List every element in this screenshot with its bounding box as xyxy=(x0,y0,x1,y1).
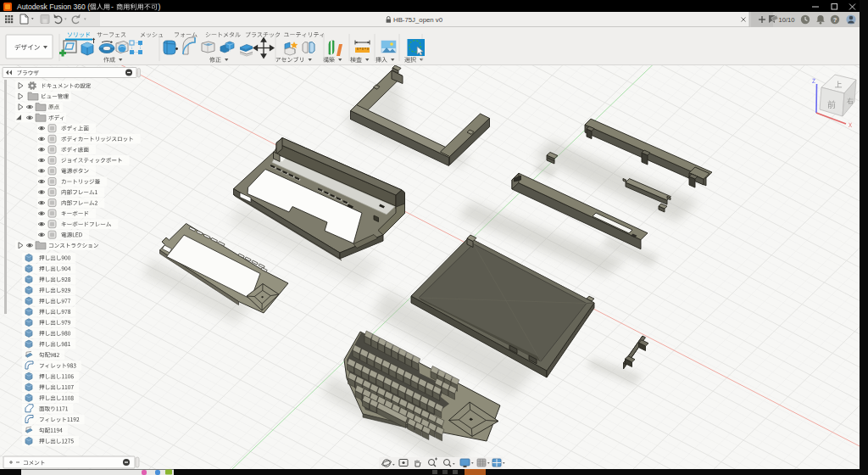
svg-text:HB-75J_open v0: HB-75J_open v0 xyxy=(393,16,443,24)
svg-text:): ) xyxy=(159,3,161,11)
svg-text:10/10: 10/10 xyxy=(779,16,795,24)
svg-text:?: ? xyxy=(833,16,837,24)
svg-text:Autodesk Fusion 360 (: Autodesk Fusion 360 ( xyxy=(17,3,90,11)
svg-text:-: - xyxy=(111,3,114,11)
